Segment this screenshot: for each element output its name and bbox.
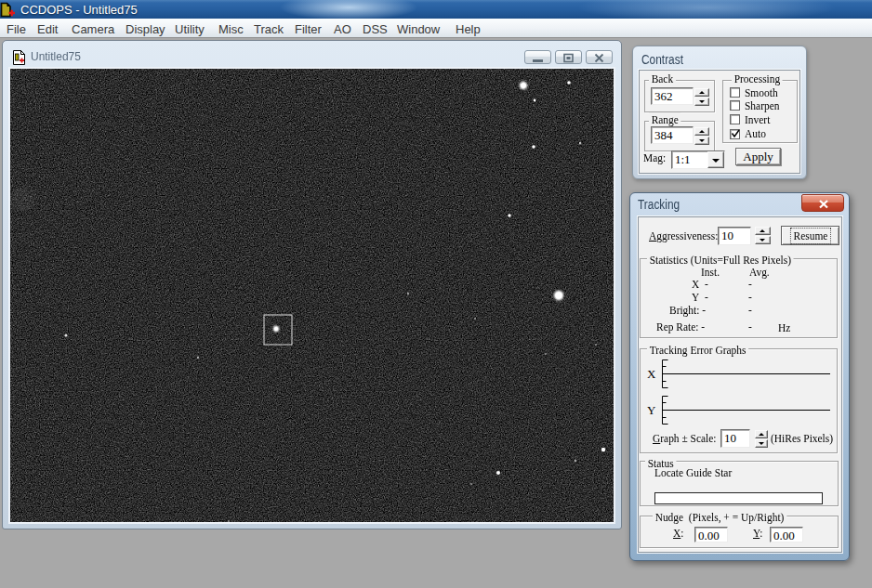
svg-text:Y: Y: [647, 403, 656, 417]
svg-text:X: X: [647, 367, 656, 381]
